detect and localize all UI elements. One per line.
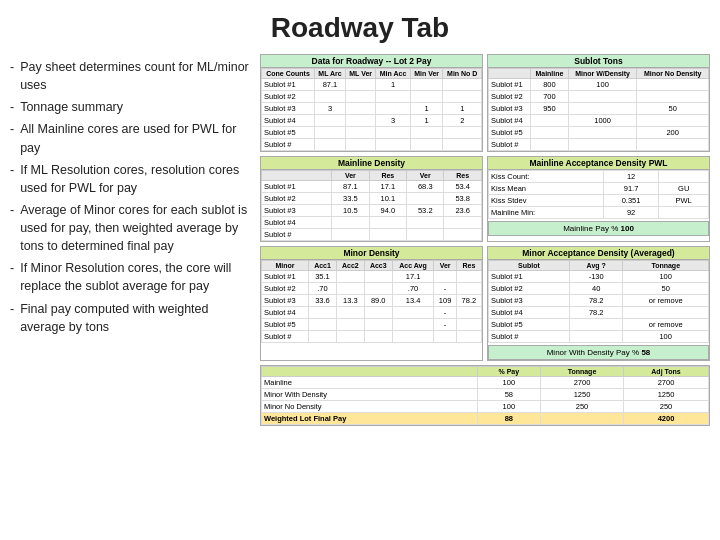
minacc-col-tonnage: Tonnage [623, 261, 709, 271]
cone-col-3: Min Acc [376, 69, 410, 79]
table-row: Sublot #41000 [489, 115, 709, 127]
table-row: Sublot #395050 [489, 103, 709, 115]
table-row: Minor With Density5812501250 [262, 389, 709, 401]
table-row: Sublot #24050 [489, 283, 709, 295]
table-row: Sublot #100 [489, 331, 709, 343]
mind-col-name: Minor [262, 261, 309, 271]
table-row: Minor No Density100250250 [262, 401, 709, 413]
table-row: Sublot #1800100 [489, 79, 709, 91]
table-row: Kiss Count:12 [489, 171, 709, 183]
table-row: Sublot #2700 [489, 91, 709, 103]
minacc-col-avg: Avg ? [570, 261, 623, 271]
mld-col-2: Res [369, 171, 406, 181]
table-row: Sublot #5200 [489, 127, 709, 139]
table-row: Sublot #333.613.389.013.410978.2 [262, 295, 482, 307]
summary-section: % Pay Tonnage Adj Tons Mainline100270027… [260, 365, 710, 426]
table-row: Mainline Min:92 [489, 207, 709, 219]
top-header: Data for Roadway -- Lot 2 Pay [261, 55, 482, 68]
left-panel: Pay sheet determines count for ML/minor … [10, 52, 250, 540]
sublot-tons-section: Sublot Tons Mainline Minor W/Density Min… [487, 54, 710, 152]
cone-counts-section: Data for Roadway -- Lot 2 Pay Cone Count… [260, 54, 483, 152]
table-row: Kiss Mean91.7GU [489, 183, 709, 195]
minor-acceptance-header: Minor Acceptance Density (Averaged) [488, 247, 709, 260]
bullet-item: Pay sheet determines count for ML/minor … [10, 56, 250, 96]
ml-acceptance-table: Kiss Count:12Kiss Mean91.7GUKiss Stdev0.… [488, 170, 709, 219]
bullet-item: All Mainline cores are used for PWL for … [10, 118, 250, 158]
minor-pay-value: 58 [641, 348, 650, 357]
mld-col-3: Ver [407, 171, 444, 181]
mind-col-4: Acc Avg [392, 261, 434, 271]
cone-counts-table: Cone Counts ML Arc ML Ver Min Acc Min Ve… [261, 68, 482, 151]
ml-density-table: Ver Res Ver Res Sublot #187.117.168.353.… [261, 170, 482, 241]
table-row: Sublot #4- [262, 307, 482, 319]
tons-col-name [489, 69, 531, 79]
cone-col-5: Min No D [443, 69, 482, 79]
ml-acceptance-section: Mainline Acceptance Density PWL Kiss Cou… [487, 156, 710, 242]
mind-col-5: Ver [434, 261, 456, 271]
minacc-col-sublot: Sublot [489, 261, 570, 271]
sublot-tons-header: Sublot Tons [488, 55, 709, 68]
ml-density-section: Mainline Density Ver Res Ver Res Sublot … [260, 156, 483, 242]
table-row: Weighted Lot Final Pay884200 [262, 413, 709, 425]
table-row: Sublot #2 [262, 91, 482, 103]
sum-col-pay: % Pay [477, 367, 540, 377]
table-row: Sublot #5or remove [489, 319, 709, 331]
minor-acceptance-table: Sublot Avg ? Tonnage Sublot #1-130100Sub… [488, 260, 709, 343]
table-row: Sublot # [262, 331, 482, 343]
cone-col-4: Min Ver [410, 69, 443, 79]
minor-density-table: Minor Acc1 Acc2 Acc3 Acc Avg Ver Res Sub… [261, 260, 482, 343]
table-row: Sublot # [262, 229, 482, 241]
mld-col-name [262, 171, 332, 181]
cone-col-2: ML Ver [345, 69, 375, 79]
bullet-item: Final pay computed with weighted average… [10, 298, 250, 338]
sum-col-adj: Adj Tons [624, 367, 709, 377]
table-row: Sublot #187.11 [262, 79, 482, 91]
table-row: Kiss Stdev0.351PWL [489, 195, 709, 207]
table-row: Sublot #478.2 [489, 307, 709, 319]
table-row: Sublot #1-130100 [489, 271, 709, 283]
bullet-item: If Minor Resolution cores, the core will… [10, 257, 250, 297]
bullet-item: If ML Resolution cores, resolution cores… [10, 159, 250, 199]
mind-col-6: Res [456, 261, 481, 271]
bullet-item: Tonnage summary [10, 96, 250, 118]
table-row: Sublot # [262, 139, 482, 151]
cone-col-1: ML Arc [315, 69, 346, 79]
table-row: Sublot #3311 [262, 103, 482, 115]
mind-col-3: Acc3 [364, 261, 392, 271]
mainline-pay-box: Mainline Pay % 100 [488, 221, 709, 236]
mind-col-1: Acc1 [309, 261, 337, 271]
table-row: Mainline10027002700 [262, 377, 709, 389]
mld-col-4: Res [444, 171, 482, 181]
minor-density-section: Minor Density Minor Acc1 Acc2 Acc3 Acc A… [260, 246, 483, 361]
sum-col-label [262, 367, 478, 377]
mainline-pay-value: 100 [621, 224, 634, 233]
table-row: Sublot #2.70.70- [262, 283, 482, 295]
sublot-tons-table: Mainline Minor W/Density Minor No Densit… [488, 68, 709, 151]
table-row: Sublot #135.117.1 [262, 271, 482, 283]
ml-density-header: Mainline Density [261, 157, 482, 170]
bullet-item: Average of Minor cores for each sublot i… [10, 199, 250, 257]
mld-col-1: Ver [332, 171, 369, 181]
minor-density-header: Minor Density [261, 247, 482, 260]
table-row: Sublot #4 [262, 217, 482, 229]
summary-table: % Pay Tonnage Adj Tons Mainline100270027… [261, 366, 709, 425]
page-title: Roadway Tab [0, 0, 720, 52]
mind-col-2: Acc2 [336, 261, 364, 271]
table-row: Sublot #4312 [262, 115, 482, 127]
table-row: Sublot #5 [262, 127, 482, 139]
tons-col-minor-w: Minor W/Density [568, 69, 637, 79]
right-panel: Data for Roadway -- Lot 2 Pay Cone Count… [260, 52, 710, 540]
table-row: Sublot #187.117.168.353.4 [262, 181, 482, 193]
table-row: Sublot #310.594.053.223.6 [262, 205, 482, 217]
table-row: Sublot # [489, 139, 709, 151]
table-row: Sublot #378.2or remove [489, 295, 709, 307]
ml-acceptance-header: Mainline Acceptance Density PWL [488, 157, 709, 170]
tons-col-mainline: Mainline [531, 69, 569, 79]
cone-col-name: Cone Counts [262, 69, 315, 79]
table-row: Sublot #233.510.153.8 [262, 193, 482, 205]
minor-acceptance-section: Minor Acceptance Density (Averaged) Subl… [487, 246, 710, 361]
sum-col-tonnage: Tonnage [540, 367, 623, 377]
table-row: Sublot #5- [262, 319, 482, 331]
tons-col-minor-no: Minor No Density [637, 69, 709, 79]
minor-pay-box: Minor With Density Pay % 58 [488, 345, 709, 360]
